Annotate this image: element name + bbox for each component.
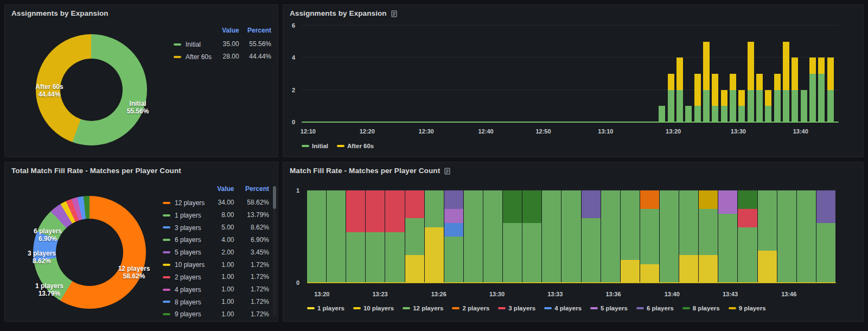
- bar: [718, 190, 737, 283]
- legend-value-header[interactable]: Value: [216, 26, 240, 38]
- legend-item-after-60s[interactable]: After 60s: [337, 143, 374, 149]
- legend-percent: 8.62%: [235, 221, 270, 234]
- legend-percent-header[interactable]: Percent: [235, 184, 270, 196]
- legend-item-9-players[interactable]: 9 players: [729, 305, 766, 311]
- bar: [425, 190, 444, 283]
- bar-segment-12-players: [366, 232, 385, 283]
- zero-line: [302, 122, 839, 123]
- bar: [777, 190, 796, 283]
- legend-series-label[interactable]: Initial: [186, 41, 201, 48]
- legend-series-label[interactable]: 2 players: [175, 273, 201, 281]
- legend-percent: 1.72%: [235, 258, 270, 271]
- legend-item-2-players[interactable]: 2 players: [452, 305, 489, 311]
- legend-row[interactable]: 3 players5.008.62%: [162, 221, 270, 234]
- legend-row[interactable]: 4 players1.001.72%: [162, 283, 270, 296]
- panel-title[interactable]: Assignments by Expansion: [11, 9, 108, 17]
- legend-row[interactable]: 8 players1.001.72%: [162, 296, 270, 308]
- bar-segment-initial: [827, 90, 834, 122]
- x-axis-tick: 13:46: [781, 291, 796, 297]
- pie-slice-label: 12 players58.62%: [118, 265, 150, 280]
- legend-row[interactable]: 6 players4.006.90%: [162, 233, 270, 246]
- legend-item-3-players[interactable]: 3 players: [498, 305, 535, 311]
- legend-value-header[interactable]: Value: [209, 184, 235, 196]
- panel-header: Total Match Fill Rate - Matches per Play…: [5, 162, 278, 177]
- legend-scrollbar[interactable]: [273, 186, 276, 317]
- pie-slice-label: 1 players13.79%: [35, 282, 63, 297]
- legend-row[interactable]: 5 players2.003.45%: [162, 246, 270, 258]
- legend-label: 12 players: [413, 305, 443, 311]
- legend-series-label[interactable]: 5 players: [175, 249, 201, 256]
- panel-description-icon[interactable]: [391, 10, 398, 17]
- bar-segment-1-players: [425, 227, 444, 283]
- legend-series-label[interactable]: 9 players: [175, 310, 201, 318]
- legend-series-label[interactable]: 6 players: [175, 236, 201, 244]
- legend-percent-header[interactable]: Percent: [240, 26, 272, 38]
- legend-scrollbar-thumb[interactable]: [273, 186, 276, 209]
- bar: [797, 190, 816, 283]
- legend-item-1-players[interactable]: 1 players: [307, 305, 344, 311]
- legend-row[interactable]: 10 players1.001.72%: [162, 258, 270, 271]
- legend-row[interactable]: 1 players8.0013.79%: [162, 209, 270, 221]
- legend-series-label[interactable]: 3 players: [175, 224, 201, 231]
- legend-item-4-players[interactable]: 4 players: [544, 305, 582, 311]
- legend-color-dash: [163, 264, 170, 266]
- bar: [640, 190, 659, 283]
- bar-segment-initial: [676, 90, 683, 122]
- legend-row[interactable]: After 60s28.0044.44%: [173, 50, 272, 63]
- x-axis-tick: 13:36: [605, 291, 621, 297]
- bar: [561, 190, 580, 283]
- bar-segment-after-60s: [730, 74, 736, 90]
- bar-segment-12-players: [464, 190, 483, 283]
- bar-segment-initial: [774, 90, 781, 122]
- bar-segment-3-players: [366, 190, 385, 232]
- bar: [503, 190, 522, 283]
- panel-title[interactable]: Total Match Fill Rate - Matches per Play…: [11, 167, 181, 175]
- legend-color-dash: [682, 307, 690, 309]
- legend-item-5-players[interactable]: 5 players: [590, 305, 628, 311]
- legend-series-label[interactable]: 4 players: [175, 286, 201, 294]
- bar-segment-1-players: [758, 251, 777, 283]
- bar-segment-12-players: [718, 214, 737, 283]
- bar: [522, 190, 541, 283]
- legend-item-initial[interactable]: Initial: [302, 143, 328, 149]
- bar: [809, 26, 816, 122]
- bar-segment-3-players: [346, 190, 365, 232]
- bar: [660, 190, 679, 283]
- legend-item-12-players[interactable]: 12 players: [403, 305, 443, 311]
- legend-row[interactable]: Initial35.0055.56%: [173, 38, 272, 50]
- donut-hole: [56, 219, 123, 286]
- panel-title[interactable]: Assignments by Expansion: [290, 9, 387, 17]
- bar: [738, 190, 757, 283]
- bar-segment-1-players: [621, 260, 640, 283]
- legend-item-6-players[interactable]: 6 players: [636, 305, 674, 311]
- legend-color-dash: [729, 307, 736, 309]
- legend-series-label[interactable]: 8 players: [175, 298, 201, 305]
- legend-series-label[interactable]: After 60s: [186, 53, 212, 61]
- bar-segment-initial: [748, 90, 754, 122]
- legend-row[interactable]: 9 players1.001.72%: [162, 308, 270, 319]
- bar-segment-4-players: [444, 223, 463, 237]
- legend-item-8-players[interactable]: 8 players: [682, 305, 720, 311]
- bar: [659, 26, 665, 122]
- legend-row[interactable]: 2 players1.001.72%: [162, 271, 270, 283]
- legend-percent: 6.90%: [235, 233, 270, 246]
- panel-description-icon[interactable]: [444, 168, 451, 175]
- bar: [601, 190, 620, 283]
- legend-percent: 1.72%: [235, 296, 270, 308]
- legend-item-10-players[interactable]: 10 players: [353, 305, 394, 311]
- legend-series-label[interactable]: 10 players: [175, 261, 205, 269]
- legend-color-dash: [163, 301, 170, 303]
- legend-percent: 44.44%: [240, 50, 272, 63]
- bar-segment-12-players: [425, 190, 444, 227]
- legend-series-label[interactable]: 1 players: [175, 212, 201, 219]
- bar-segment-12-players: [640, 209, 659, 264]
- bar: [366, 190, 385, 283]
- x-axis: 12:1012:2012:3012:4012:5013:1013:2013:30…: [302, 128, 839, 136]
- bar-segment-initial: [756, 90, 763, 122]
- legend-row[interactable]: 12 players34.0058.62%: [162, 196, 270, 209]
- legend-color-dash: [452, 307, 459, 309]
- legend-series-label[interactable]: 12 players: [175, 199, 205, 207]
- y-axis-tick: 2: [292, 87, 295, 93]
- chart-legend: 1 players10 players12 players2 players3 …: [307, 305, 766, 311]
- panel-title[interactable]: Match Fill Rate - Matches per Player Cou…: [290, 167, 440, 175]
